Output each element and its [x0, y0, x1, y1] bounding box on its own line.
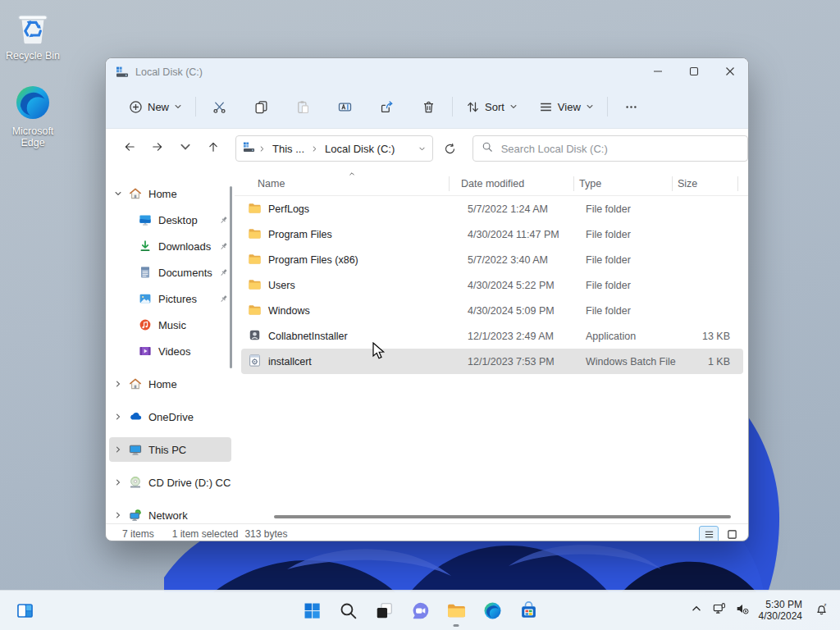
chevron-down-icon[interactable]	[109, 189, 127, 198]
chevron-up-icon	[689, 601, 704, 619]
forward-button[interactable]	[145, 136, 170, 161]
sidebar-item-cd-drive-d-cc[interactable]: CD Drive (D:) CC	[109, 470, 231, 495]
horizontal-scrollbar[interactable]	[274, 515, 731, 518]
share-button[interactable]	[370, 94, 404, 120]
sidebar-item-documents[interactable]: Documents	[109, 260, 231, 285]
network-places-icon	[127, 509, 144, 522]
tray-volume-muted[interactable]	[731, 594, 754, 627]
file-row-program-files[interactable]: Program Files4/30/2024 11:47 PMFile fold…	[241, 221, 743, 247]
file-explorer-button[interactable]	[438, 592, 474, 628]
documents-icon	[137, 266, 153, 279]
new-button[interactable]: New	[122, 95, 189, 119]
sidebar-item-onedrive[interactable]: OneDrive	[109, 404, 231, 429]
chevron-right-icon[interactable]	[109, 511, 127, 519]
sidebar-item-music[interactable]: Music	[109, 313, 231, 337]
clock-time: 5:30 PM	[759, 599, 802, 610]
desktop-icon-microsoft-edge[interactable]: Microsoft Edge	[2, 82, 64, 148]
chevron-down-icon	[174, 103, 182, 111]
column-header-type[interactable]: Type	[579, 178, 678, 189]
file-row-perflogs[interactable]: PerfLogs5/7/2022 1:24 AMFile folder	[241, 196, 743, 221]
file-type-cell: File folder	[586, 203, 684, 215]
file-row-users[interactable]: Users4/30/2024 5:22 PMFile folder	[241, 272, 743, 298]
svg-text:z: z	[824, 602, 826, 607]
sidebar-scrollbar[interactable]	[230, 186, 232, 368]
breadcrumb-segment[interactable]: This ...	[269, 141, 308, 157]
store-button[interactable]	[510, 592, 546, 628]
paste-button[interactable]	[286, 94, 320, 120]
address-row: This ...Local Disk (C:)	[106, 129, 748, 168]
sidebar-item-home[interactable]: Home	[109, 181, 231, 206]
sidebar-item-pictures[interactable]: Pictures	[109, 286, 231, 311]
file-name-label: Windows	[268, 305, 310, 317]
minimize-button[interactable]	[640, 58, 676, 85]
column-header-date-modified[interactable]: Date modified	[461, 178, 579, 189]
chevron-right-icon[interactable]	[109, 380, 127, 388]
search-button[interactable]	[330, 592, 366, 628]
file-name-cell: Program Files	[241, 226, 468, 243]
chevron-right-icon[interactable]	[109, 445, 127, 454]
sidebar-item-desktop[interactable]: Desktop	[109, 208, 231, 232]
see-more-button[interactable]	[614, 94, 648, 120]
address-dropdown-icon[interactable]	[418, 143, 426, 155]
refresh-button[interactable]	[438, 136, 463, 161]
maximize-button[interactable]	[676, 58, 712, 85]
file-date-cell: 4/30/2024 5:09 PM	[468, 305, 586, 317]
file-row-program-files-x86-[interactable]: Program Files (x86)5/7/2022 3:40 AMFile …	[241, 247, 743, 272]
edge-button[interactable]	[474, 592, 510, 628]
sort-button[interactable]: Sort	[459, 95, 524, 119]
desktop-icon-recycle-bin[interactable]: Recycle Bin	[2, 7, 64, 62]
desktop-icon-label: Recycle Bin	[2, 50, 64, 62]
task-view-button[interactable]	[366, 592, 402, 628]
file-type-cell: File folder	[586, 305, 684, 317]
navigation-pane: HomeDesktopDownloadsDocumentsPicturesMus…	[106, 168, 235, 523]
sidebar-item-home[interactable]: Home	[109, 372, 231, 396]
file-row-installcert[interactable]: installcert12/1/2023 7:53 PMWindows Batc…	[241, 349, 743, 374]
file-row-collabnetinstaller[interactable]: CollabnetInstaller12/1/2023 2:49 AMAppli…	[241, 323, 743, 349]
tray-network[interactable]	[708, 594, 731, 627]
column-header-size[interactable]: Size	[678, 178, 737, 189]
recent-locations-button[interactable]	[173, 136, 198, 161]
sidebar-item-videos[interactable]: Videos	[109, 339, 231, 363]
sidebar-item-label: Videos	[158, 345, 231, 358]
chevron-right-icon[interactable]	[109, 413, 127, 421]
sidebar-item-label: Home	[148, 188, 231, 200]
copy-button[interactable]	[244, 94, 278, 120]
search-icon	[482, 141, 493, 156]
close-button[interactable]	[712, 58, 748, 85]
file-type-cell: File folder	[586, 254, 684, 266]
this-pc-icon	[127, 443, 144, 456]
file-date-cell: 12/1/2023 2:49 AM	[468, 331, 586, 342]
search-taskbar-icon	[338, 600, 358, 621]
sidebar-item-network[interactable]: Network	[109, 503, 231, 527]
widgets-button[interactable]	[7, 592, 43, 628]
chevron-right-icon[interactable]	[109, 478, 127, 486]
address-bar[interactable]: This ...Local Disk (C:)	[235, 135, 433, 162]
start-button[interactable]	[294, 592, 330, 628]
details-view-button[interactable]	[699, 526, 719, 542]
breadcrumb-segment[interactable]: Local Disk (C:)	[322, 141, 398, 157]
file-name-label: Users	[268, 280, 295, 291]
taskbar-clock[interactable]: 5:30 PM4/30/2024	[759, 599, 802, 622]
rename-button[interactable]	[328, 94, 362, 120]
back-button[interactable]	[117, 136, 142, 161]
cut-button[interactable]	[203, 94, 236, 120]
tray-chevron-up[interactable]	[685, 594, 708, 627]
application-icon	[248, 328, 262, 345]
desktop: Recycle BinMicrosoft Edge Local Disk (C:…	[0, 0, 840, 630]
delete-button[interactable]	[412, 94, 445, 120]
sort-icon	[466, 100, 480, 114]
downloads-icon	[137, 240, 153, 253]
chat-button[interactable]	[402, 592, 438, 628]
cut-icon	[212, 100, 226, 114]
view-button[interactable]: View	[532, 95, 600, 119]
file-name-cell: CollabnetInstaller	[241, 328, 468, 345]
search-box[interactable]	[472, 135, 748, 162]
sidebar-item-this-pc[interactable]: This PC	[109, 437, 231, 462]
up-button[interactable]	[201, 136, 226, 161]
large-icons-view-button[interactable]	[722, 526, 742, 542]
notification-bell-button[interactable]: z	[807, 594, 835, 627]
file-row-windows[interactable]: Windows4/30/2024 5:09 PMFile folder	[241, 298, 743, 323]
toolbar-separator	[195, 97, 196, 116]
sidebar-item-downloads[interactable]: Downloads	[109, 234, 231, 258]
search-input[interactable]	[500, 142, 739, 156]
